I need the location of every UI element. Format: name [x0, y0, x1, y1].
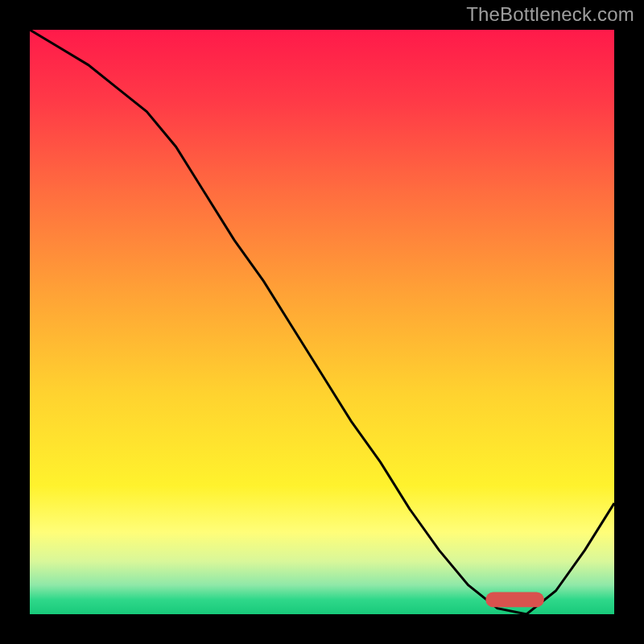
- attribution-label: TheBottleneck.com: [466, 3, 634, 26]
- chart-stage: TheBottleneck.com: [0, 0, 644, 644]
- chart-background: [30, 30, 614, 614]
- chart-svg: [30, 30, 614, 614]
- optimal-range-marker: [485, 592, 544, 607]
- plot-area: [30, 30, 614, 614]
